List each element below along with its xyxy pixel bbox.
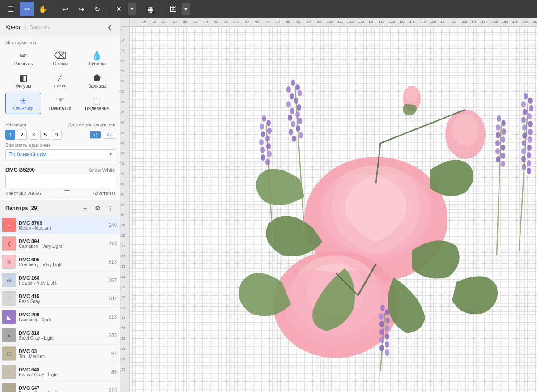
ruler-top-mark: 20	[162, 20, 166, 24]
palette-more-button[interactable]: ⋮	[105, 203, 115, 213]
mode-backstitch[interactable]: Бэкстич	[29, 24, 51, 30]
palette-swatch: ♡	[2, 291, 16, 306]
size-5-button[interactable]: 5	[40, 130, 50, 140]
ruler-top-mark: 95	[317, 20, 321, 24]
dist-1-button[interactable]: >1	[90, 131, 102, 139]
ruler-top-mark: 70	[265, 20, 269, 24]
ruler-left-mark: 75	[121, 172, 124, 175]
stitch-checkbox[interactable]	[64, 190, 70, 196]
draw-icon: ✏	[20, 51, 27, 60]
svg-point-30	[298, 132, 303, 138]
size-3-button[interactable]: 3	[29, 130, 38, 140]
palette-item[interactable]: ❮DMC 894Carnation - Very Light173	[0, 234, 120, 253]
eyedrop-icon: 💧	[91, 51, 102, 60]
refresh-button[interactable]: ↻	[90, 2, 104, 16]
ruler-top-mark: 85	[296, 20, 300, 24]
hand-button[interactable]: ✋	[36, 2, 50, 16]
palette-item[interactable]: ♡DMC 415Pearl Gray382	[0, 290, 120, 308]
ruler-top-mark: 100	[327, 20, 333, 24]
svg-point-27	[291, 121, 295, 127]
menu-button[interactable]: ☰	[4, 2, 18, 16]
tool-draw[interactable]: ✏ Рисовать	[5, 48, 41, 69]
palette-count: 382	[109, 296, 117, 301]
redo-button[interactable]: ↪	[74, 2, 88, 16]
ruler-top-mark: 50	[224, 20, 228, 24]
palette-item[interactable]: ⊞DMC 03Tin - Medium67	[0, 345, 120, 363]
color-name-display: Snow White	[89, 167, 115, 173]
svg-point-54	[522, 124, 527, 131]
tool-singles[interactable]: ⊞ Одиночки	[5, 93, 41, 114]
size-2-button[interactable]: 2	[17, 130, 27, 140]
svg-point-57	[528, 136, 532, 143]
ruler-corner	[121, 18, 130, 27]
ruler-left-mark: 30	[121, 80, 124, 83]
sidebar-collapse-button[interactable]: ❮	[104, 21, 115, 32]
palette-dmc-code: DMC 03	[19, 349, 109, 354]
svg-point-55	[528, 129, 533, 135]
svg-point-82	[379, 313, 384, 320]
tool-eraser[interactable]: ⌫ Стерка	[42, 48, 78, 69]
svg-point-68	[501, 120, 506, 126]
canvas-area[interactable]: 5101520253035404550556065707580859095100…	[121, 18, 537, 392]
svg-point-80	[380, 305, 385, 311]
image-combo[interactable]: ▾	[182, 3, 190, 15]
palette-item[interactable]: —DMC 647Beaver Gray - Medium216	[0, 381, 120, 392]
ruler-left-mark: 45	[121, 111, 124, 114]
grid-canvas[interactable]	[130, 27, 537, 392]
mode-cross[interactable]: Крест	[5, 24, 21, 30]
ruler-top-mark: 45	[214, 20, 218, 24]
palette-item[interactable]: ▪DMC 3706Melon - Medium240	[0, 216, 120, 234]
tool-eyedrop[interactable]: 💧 Пипетка	[79, 48, 115, 69]
ruler-left-mark: 165	[121, 358, 125, 361]
svg-point-9	[452, 114, 479, 145]
palette-item[interactable]: ⊕DMC 168Pewter - Very Light367	[0, 271, 120, 290]
svg-point-19	[290, 93, 294, 99]
size-9-button[interactable]: 9	[52, 130, 62, 140]
ruler-top-mark: 140	[409, 20, 415, 24]
svg-point-69	[496, 124, 500, 131]
palette-item[interactable]: ↑DMC 648Beaver Gray - Light86	[0, 363, 120, 381]
undo-button[interactable]: ↩	[58, 2, 72, 16]
svg-point-87	[385, 333, 389, 340]
cancel-combo[interactable]: ▾	[128, 3, 136, 15]
tool-navigate[interactable]: ☞ Навигация	[42, 93, 78, 114]
svg-point-46	[524, 93, 528, 99]
cancel-button[interactable]: ✕	[112, 2, 126, 16]
palette-count: 173	[109, 241, 117, 246]
eyedrop-label: Пипетка	[89, 61, 106, 66]
palette-add-button[interactable]: +	[80, 203, 90, 213]
tool-shapes[interactable]: ◧ Фигуры	[5, 70, 41, 92]
ruler-left-mark: 90	[121, 203, 124, 206]
svg-point-72	[501, 136, 505, 143]
sizes-label: Размеры	[5, 122, 26, 127]
palette-dmc-code: DMC 894	[19, 239, 106, 244]
pencil-button[interactable]: ✏	[20, 2, 34, 16]
nearest-select[interactable]: По ближайшим ▾	[5, 149, 115, 159]
svg-point-29	[289, 129, 293, 135]
ruler-top-mark: 80	[286, 20, 290, 24]
eye-button[interactable]: ◉	[144, 2, 158, 16]
singles-label: Одиночки	[13, 106, 34, 111]
palette-item[interactable]: ◣DMC 209Lavender - Dark518	[0, 308, 120, 326]
size-1-button[interactable]: 1	[5, 130, 15, 140]
palette-count: 67	[111, 351, 117, 356]
main-toolbar: ☰ ✏ ✋ ↩ ↪ ↻ ✕ ▾ ◉ 🖼 ▾	[0, 0, 537, 18]
palette-color-name: Tin - Medium	[19, 354, 109, 359]
fill-icon: ⬟	[93, 73, 101, 82]
dist-2-button[interactable]: >2	[103, 131, 115, 139]
svg-point-61	[527, 152, 531, 158]
tool-select[interactable]: ⬚ Выделение	[79, 93, 115, 114]
nearest-arrow-icon: ▾	[109, 151, 112, 158]
tool-line[interactable]: ⁄ Линия	[42, 70, 78, 92]
sizes-section: Размеры Дистанция одиночек 1 2 3 5 9 >1 …	[0, 118, 120, 163]
hand-icon: ✋	[38, 5, 47, 13]
image-button[interactable]: 🖼	[166, 2, 180, 16]
palette-item[interactable]: ●DMC 318Steel Gray - Light235	[0, 326, 120, 345]
palette-item[interactable]: ✳DMC 605Cranberry - Very Light818	[0, 253, 120, 271]
palette-swatch: ✳	[2, 255, 16, 269]
ruler-top-mark: 130	[389, 20, 395, 24]
palette-settings-button[interactable]: ⚙	[93, 203, 102, 213]
svg-point-75	[495, 148, 500, 154]
svg-point-78	[501, 161, 505, 167]
tool-fill[interactable]: ⬟ Заливка	[79, 70, 115, 92]
